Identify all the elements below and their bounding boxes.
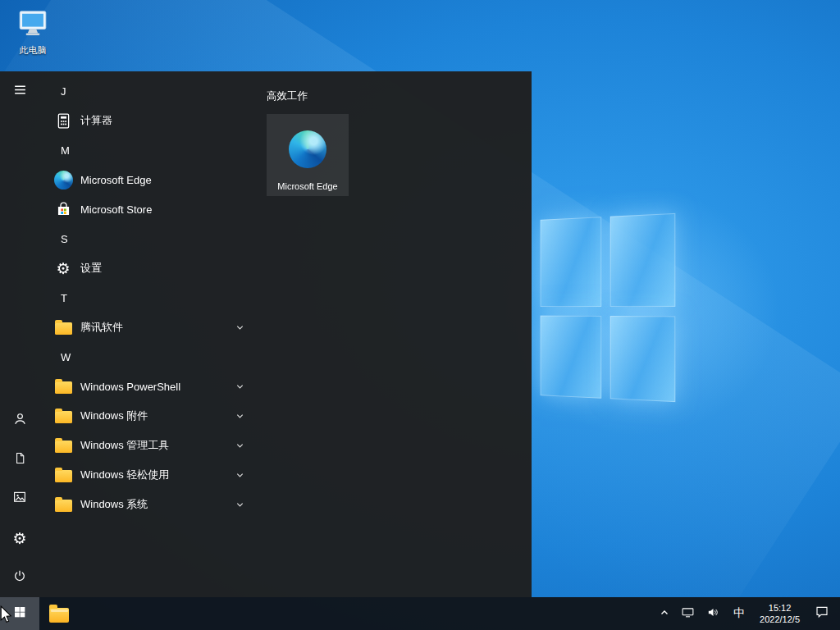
user-icon: [12, 411, 28, 430]
app-item-settings[interactable]: ⚙ 设置: [39, 253, 254, 283]
pictures-icon: [12, 490, 27, 508]
calculator-icon: [52, 110, 74, 131]
app-label: Microsoft Store: [80, 203, 152, 216]
app-group-header-m[interactable]: M: [39, 135, 254, 165]
app-group-header-s[interactable]: S: [39, 224, 254, 253]
chevron-down-icon: [235, 441, 244, 450]
pictures-button[interactable]: [0, 479, 39, 518]
start-menu-rail: ⚙: [0, 71, 39, 597]
system-tray: 中 15:12 2022/12/5: [654, 597, 840, 630]
edge-icon: [289, 130, 326, 168]
clock-date: 2022/12/5: [760, 614, 800, 625]
folder-item-windows-ease-of-access[interactable]: Windows 轻松使用: [39, 460, 254, 490]
folder-item-windows-powershell[interactable]: Windows PowerShell: [39, 372, 254, 401]
desktop-icon-this-pc[interactable]: 此电脑: [10, 7, 56, 57]
clock[interactable]: 15:12 2022/12/5: [752, 597, 807, 630]
app-item-calculator[interactable]: 计算器: [39, 106, 254, 135]
app-list: J 计算器 M Microsoft Edge: [39, 71, 254, 597]
app-group-header-w[interactable]: W: [39, 342, 254, 372]
user-account-button[interactable]: [0, 400, 39, 440]
chevron-down-icon: [235, 471, 244, 480]
app-item-microsoft-edge[interactable]: Microsoft Edge: [39, 165, 254, 194]
app-group-header-t[interactable]: T: [39, 283, 254, 313]
action-center-button[interactable]: [807, 597, 840, 630]
wallpaper-windows-logo: [541, 213, 676, 402]
folder-icon: [55, 322, 72, 335]
start-button[interactable]: [0, 597, 39, 630]
chevron-down-icon: [235, 323, 244, 332]
power-button[interactable]: [0, 558, 39, 597]
app-label: Microsoft Edge: [80, 174, 152, 186]
app-item-microsoft-store[interactable]: Microsoft Store: [39, 194, 254, 224]
folder-item-tencent[interactable]: 腾讯软件: [39, 313, 254, 342]
file-explorer-icon: [49, 608, 69, 623]
network-icon: [681, 605, 695, 623]
folder-label: 腾讯软件: [80, 320, 123, 335]
folder-label: Windows 系统: [80, 497, 148, 512]
folder-label: Windows 管理工具: [80, 438, 169, 453]
edge-icon: [54, 171, 73, 189]
app-group-header-j[interactable]: J: [39, 76, 254, 106]
store-icon: [52, 199, 74, 220]
start-menu: ⚙ J 计算器 M: [0, 71, 532, 597]
settings-button[interactable]: ⚙: [0, 518, 39, 558]
folder-icon: [55, 381, 72, 394]
folder-icon: [55, 411, 72, 423]
this-pc-icon: [16, 28, 49, 42]
app-label: 计算器: [80, 113, 112, 128]
network-button[interactable]: [675, 597, 701, 630]
clock-time: 15:12: [769, 602, 792, 614]
app-label: 设置: [80, 261, 102, 276]
folder-item-windows-accessories[interactable]: Windows 附件: [39, 401, 254, 431]
folder-icon: [55, 470, 72, 482]
action-center-icon: [815, 605, 829, 623]
documents-button[interactable]: [0, 440, 39, 479]
gear-icon: ⚙: [12, 531, 26, 546]
folder-icon: [55, 441, 72, 453]
folder-label: Windows PowerShell: [80, 381, 180, 393]
folder-label: Windows 轻松使用: [80, 468, 169, 482]
chevron-down-icon: [235, 382, 244, 391]
folder-label: Windows 附件: [80, 409, 148, 423]
windows-logo-icon: [13, 605, 26, 622]
file-explorer-button[interactable]: [39, 597, 79, 630]
chevron-down-icon: [235, 500, 244, 509]
speaker-icon: [706, 605, 720, 623]
folder-item-windows-system[interactable]: Windows 系统: [39, 490, 254, 519]
tile-group-title[interactable]: 高效工作: [267, 89, 349, 103]
folder-icon: [55, 500, 72, 512]
tile-microsoft-edge[interactable]: Microsoft Edge: [267, 114, 349, 196]
tile-area: 高效工作 Microsoft Edge: [254, 71, 349, 597]
hamburger-icon: [13, 83, 27, 100]
volume-button[interactable]: [701, 597, 726, 630]
chevron-up-icon: [660, 606, 669, 621]
ime-indicator[interactable]: 中: [726, 597, 752, 630]
taskbar: 中 15:12 2022/12/5: [0, 597, 840, 630]
tile-label: Microsoft Edge: [270, 181, 345, 191]
chevron-down-icon: [235, 412, 244, 421]
this-pc-label: 此电脑: [10, 44, 56, 57]
expand-menu-button[interactable]: [0, 71, 39, 111]
power-icon: [12, 568, 27, 587]
document-icon: [13, 451, 27, 468]
folder-item-windows-admin-tools[interactable]: Windows 管理工具: [39, 431, 254, 460]
tray-overflow-button[interactable]: [654, 597, 675, 630]
gear-icon: ⚙: [56, 261, 70, 276]
